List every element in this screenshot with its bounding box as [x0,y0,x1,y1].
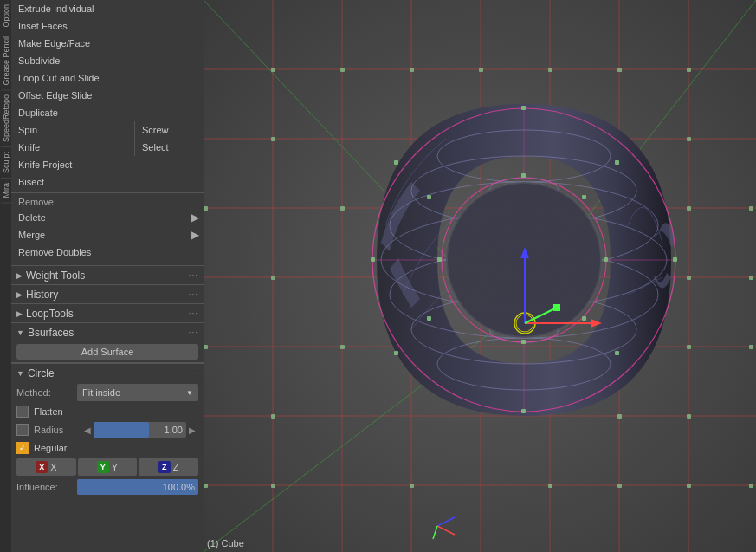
svg-rect-49 [617,484,622,488]
panel-looptools-arrow: ▶ [16,309,23,318]
svg-rect-46 [617,68,622,72]
svg-rect-81 [394,160,398,165]
svg-rect-25 [271,414,275,419]
viewport[interactable]: (1) Cube [204,0,756,552]
panel-looptools[interactable]: ▶ LoopTools ··· [11,303,204,322]
svg-rect-31 [687,137,691,141]
flatten-row: Flatten [11,403,204,420]
menu-item-select[interactable]: Select [134,139,204,156]
panel-bsurfaces-arrow: ▼ [16,328,24,337]
merge-arrow[interactable]: ▶ [186,226,204,244]
radius-slider-left[interactable]: ◀ [81,425,94,435]
menu-item-delete[interactable]: Delete ▶ [11,209,204,226]
svg-rect-73 [371,257,375,262]
svg-rect-18 [271,68,275,72]
divider-panels [11,263,204,263]
y-button[interactable]: Y Y [78,458,138,476]
menu-item-knife-project[interactable]: Knife Project [11,156,204,173]
panel-bsurfaces[interactable]: ▼ Bsurfaces ··· [11,322,204,341]
svg-rect-27 [204,484,208,488]
menu-item-make-edge-face[interactable]: Make Edge/Face [11,35,204,52]
circle-header[interactable]: ▼ Circle ··· [11,363,204,382]
flatten-checkbox[interactable] [16,406,29,418]
svg-rect-37 [687,345,691,349]
panel-history-arrow: ▶ [16,290,23,299]
menu-item-subdivide[interactable]: Subdivide [11,52,204,69]
menu-item-knife[interactable]: Knife [11,139,134,156]
menu-item-bisect[interactable]: Bisect [11,173,204,191]
menu-item-spin[interactable]: Spin [11,121,134,139]
svg-rect-82 [427,195,431,199]
x-button[interactable]: X X [16,458,76,476]
influence-slider[interactable]: 100.0% [77,479,198,495]
svg-rect-80 [521,409,526,413]
panel-history-dots: ··· [189,289,198,299]
sidebar-tab-sculpt[interactable]: Sculpt [1,147,11,179]
svg-rect-83 [394,351,398,355]
method-label: Method: [16,387,77,398]
z-button[interactable]: Z Z [139,458,198,476]
radius-label: Radius [34,425,81,435]
svg-rect-42 [749,484,753,488]
panel-weight-tools-title: Weight Tools [26,270,189,282]
svg-rect-35 [749,206,753,211]
svg-rect-47 [410,484,414,488]
x-icon: X [36,461,48,473]
panel-history[interactable]: ▶ History ··· [11,284,204,303]
panel-history-title: History [26,289,189,301]
menu-item-knife-row: Knife Select [11,139,204,156]
svg-rect-41 [687,484,691,488]
radius-slider-right[interactable]: ▶ [186,425,198,435]
svg-rect-32 [687,206,691,211]
add-surface-button[interactable]: Add Surface [16,344,198,360]
circle-dots: ··· [189,368,198,378]
svg-rect-84 [427,316,431,321]
circle-section: ▼ Circle ··· Method: Fit inside ▼ Fl [11,362,204,502]
method-dropdown[interactable]: Fit inside ▼ [77,384,198,401]
circle-arrow: ▼ [16,369,24,378]
panel-bsurfaces-title: Bsurfaces [28,327,189,339]
influence-row: Influence: 100.0% [11,477,204,497]
menu-item-screw[interactable]: Screw [134,121,204,139]
panel-looptools-dots: ··· [189,308,198,318]
svg-rect-20 [271,137,275,141]
svg-rect-26 [340,345,345,349]
menu-item-remove-doubles[interactable]: Remove Doubles [11,244,204,261]
svg-rect-86 [582,195,586,199]
regular-checkbox[interactable]: ✓ [16,442,29,454]
panel-weight-tools[interactable]: ▶ Weight Tools ··· [11,265,204,284]
menu-item-merge[interactable]: Merge ▶ [11,226,204,244]
radius-slider[interactable]: 1.00 [94,422,186,438]
panel-looptools-title: LoopTools [26,308,189,320]
circle-title: Circle [28,367,189,380]
divider-remove [11,192,204,193]
svg-rect-39 [687,414,691,419]
menu-item-inset-faces[interactable]: Inset Faces [11,17,204,35]
delete-arrow[interactable]: ▶ [186,209,204,226]
menu-item-spin-row: Spin Screw [11,121,204,139]
menu-item-loop-cut-and-slide[interactable]: Loop Cut and Slide [11,69,204,87]
flatten-label: Flatten [34,406,63,417]
svg-rect-48 [548,484,552,488]
sidebar-tab-options[interactable]: Option [1,0,11,32]
svg-rect-79 [521,340,526,344]
svg-rect-29 [687,68,691,72]
svg-rect-75 [604,257,608,262]
svg-rect-22 [271,276,275,280]
menu-item-extrude-individual[interactable]: Extrude Individual [11,0,204,17]
svg-rect-87 [615,351,619,355]
sidebar-tab-mira[interactable]: Mira [1,179,11,204]
svg-rect-38 [617,414,622,419]
sidebar-tab-speed-retopo[interactable]: SpeedRetopo [1,90,11,147]
radius-checkbox[interactable] [16,424,29,436]
svg-rect-34 [687,276,691,280]
svg-rect-88 [582,316,586,321]
menu-item-duplicate[interactable]: Duplicate [11,104,204,121]
sidebar: Option Grease Pencil SpeedRetopo Sculpt … [0,0,204,552]
menu-item-offset-edge-slide[interactable]: Offset Edge Slide [11,87,204,104]
sidebar-tab-grease-pencil[interactable]: Grease Pencil [1,32,11,91]
panel-weight-tools-arrow: ▶ [16,271,23,280]
svg-rect-45 [548,68,552,72]
svg-rect-96 [553,304,560,311]
panel-weight-tools-dots: ··· [189,270,198,280]
